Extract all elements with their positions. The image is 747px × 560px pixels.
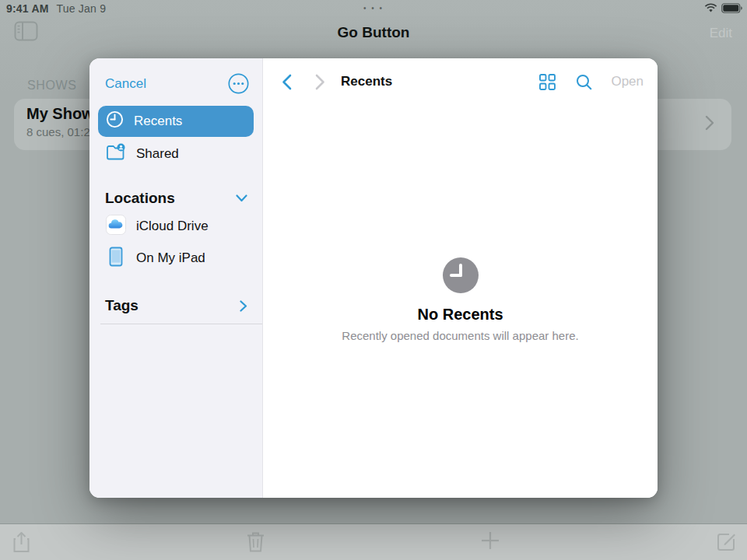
status-time-date: 9:41 AMTue Jan 9 xyxy=(6,2,106,15)
empty-state: No Recents Recently opened documents wil… xyxy=(263,105,658,498)
status-bar: 9:41 AMTue Jan 9 • • • xyxy=(0,0,747,16)
grid-view-icon[interactable] xyxy=(539,74,556,90)
empty-state-subtitle: Recently opened documents will appear he… xyxy=(342,329,578,342)
app-title: Go Button xyxy=(338,24,410,41)
empty-state-title: No Recents xyxy=(417,306,503,324)
icloud-drive-icon xyxy=(106,215,126,239)
sidebar-item-shared[interactable]: Shared xyxy=(98,138,254,170)
sidebar-divider xyxy=(100,324,262,324)
shows-section-header: SHOWS xyxy=(27,79,76,93)
more-options-icon[interactable] xyxy=(228,73,249,94)
browser-title: Recents xyxy=(341,74,392,89)
compose-button[interactable] xyxy=(717,531,737,554)
sidebar-item-icloud-drive[interactable]: iCloud Drive xyxy=(98,211,254,242)
ipad-icon xyxy=(106,247,126,271)
chevron-right-icon[interactable] xyxy=(240,300,247,312)
location-label: iCloud Drive xyxy=(136,219,209,234)
chevron-right-icon xyxy=(705,115,714,134)
search-icon[interactable] xyxy=(576,74,592,90)
battery-icon xyxy=(721,2,742,16)
browser-header: Recents Open xyxy=(263,58,658,105)
document-picker-modal: Cancel Recents Shared Locations xyxy=(89,58,658,498)
bottom-toolbar xyxy=(0,523,747,560)
back-chevron-icon[interactable] xyxy=(277,74,296,90)
sidebar-item-recents[interactable]: Recents xyxy=(98,106,254,137)
sidebar-item-on-my-ipad[interactable]: On My iPad xyxy=(98,243,254,274)
sidebar-item-label: Shared xyxy=(136,146,179,162)
picker-sidebar: Cancel Recents Shared Locations xyxy=(89,58,263,498)
shared-folder-icon xyxy=(106,143,126,165)
sidebar-toggle-icon[interactable] xyxy=(14,21,38,44)
add-button[interactable] xyxy=(481,531,500,552)
location-label: On My iPad xyxy=(136,250,205,266)
multitasking-dots: • • • xyxy=(363,4,384,12)
app-nav-bar: Go Button Edit xyxy=(0,16,747,58)
cancel-button[interactable]: Cancel xyxy=(105,76,146,92)
picker-browser-panel: Recents Open No Recents Recently opened … xyxy=(263,58,658,498)
chevron-down-icon[interactable] xyxy=(236,194,247,202)
forward-chevron-icon[interactable] xyxy=(310,74,330,90)
sidebar-item-label: Recents xyxy=(134,114,182,129)
open-button[interactable]: Open xyxy=(611,74,644,89)
tags-section-header: Tags xyxy=(105,297,247,314)
status-date: Tue Jan 9 xyxy=(57,2,107,15)
locations-header-label: Locations xyxy=(105,190,175,207)
share-button[interactable] xyxy=(12,531,30,556)
locations-section-header: Locations xyxy=(105,190,247,207)
clock-icon xyxy=(106,110,124,132)
tags-header-label: Tags xyxy=(105,297,139,314)
clock-time: 9:41 AM xyxy=(6,2,49,15)
wifi-icon xyxy=(704,2,717,16)
no-recents-clock-icon xyxy=(443,257,479,293)
edit-button[interactable]: Edit xyxy=(710,26,732,41)
trash-button[interactable] xyxy=(247,531,265,555)
